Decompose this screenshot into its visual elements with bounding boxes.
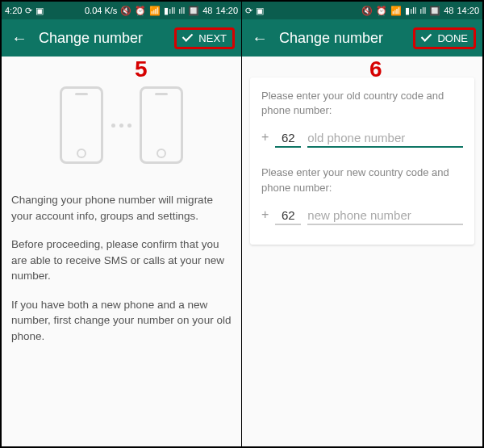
wifi-icon: 📶 <box>149 6 161 15</box>
check-icon <box>182 32 194 44</box>
clock-left: 4:20 <box>5 6 22 15</box>
plus-icon: + <box>261 130 269 148</box>
new-number-label: Please enter your new country code and p… <box>261 165 463 195</box>
battery-pct: 48 <box>444 6 453 15</box>
phone-icon-right <box>140 86 183 164</box>
new-country-code[interactable] <box>275 207 301 225</box>
next-button[interactable]: NEXT <box>174 27 235 49</box>
new-number-row: + <box>261 207 463 225</box>
alarm-icon: ⏰ <box>135 6 146 15</box>
mute-icon: 🔇 <box>361 6 373 15</box>
number-form: Please enter your old country code and p… <box>250 77 474 245</box>
signal-icon: ▮ıll <box>405 6 416 15</box>
app-bar: ← Change number DONE <box>242 19 482 57</box>
image-icon: ▣ <box>256 6 264 15</box>
done-button[interactable]: DONE <box>413 27 476 49</box>
sync-icon: ⟳ <box>245 6 252 15</box>
battery-icon: 🔲 <box>429 6 440 15</box>
speed: 0.04 K/s <box>85 6 117 15</box>
status-bar: ⟳ ▣ 🔇 ⏰ 📶 ▮ıll ıll 🔲 48 14:20 <box>242 2 482 19</box>
signal2-icon: ıll <box>419 6 426 15</box>
old-phone-input[interactable] <box>307 129 463 148</box>
plus-icon: + <box>261 207 269 225</box>
wifi-icon: 📶 <box>390 6 402 15</box>
phones-graphic <box>49 81 194 170</box>
clock-right: 14:20 <box>215 6 238 15</box>
tutorial-frame: 4:20 ⟳ ▣ 0.04 K/s 🔇 ⏰ 📶 ▮ıll ıll 🔲 48 14… <box>0 0 484 448</box>
new-phone-input[interactable] <box>307 207 463 225</box>
step-number-5: 5 <box>135 57 148 82</box>
old-number-row: + <box>261 129 463 148</box>
phone-icon-left <box>60 86 103 164</box>
battery-pct: 48 <box>202 6 212 15</box>
next-label: NEXT <box>198 32 227 44</box>
done-label: DONE <box>437 32 468 44</box>
signal-icon: ▮ıll <box>164 6 175 15</box>
info-p1: Changing your phone number will migrate … <box>11 192 232 224</box>
dots-icon <box>111 124 131 128</box>
info-p2: Before proceeding, please confirm that y… <box>11 237 232 284</box>
info-p3: If you have both a new phone and a new n… <box>11 297 232 345</box>
panel-step-6: ⟳ ▣ 🔇 ⏰ 📶 ▮ıll ıll 🔲 48 14:20 ← Change n… <box>242 2 482 446</box>
alarm-icon: ⏰ <box>376 6 387 15</box>
image-icon: ▣ <box>35 6 44 15</box>
old-country-code[interactable] <box>275 129 301 148</box>
signal2-icon: ıll <box>178 6 185 15</box>
back-icon[interactable]: ← <box>248 27 271 49</box>
page-title: Change number <box>279 30 405 47</box>
page-title: Change number <box>39 30 166 47</box>
sync-icon: ⟳ <box>25 6 32 15</box>
mute-icon: 🔇 <box>120 6 131 15</box>
status-bar: 4:20 ⟳ ▣ 0.04 K/s 🔇 ⏰ 📶 ▮ıll ıll 🔲 48 14… <box>2 2 241 19</box>
clock-right: 14:20 <box>457 6 479 15</box>
back-icon[interactable]: ← <box>8 27 31 49</box>
step-number-6: 6 <box>369 57 382 82</box>
battery-icon: 🔲 <box>188 6 199 15</box>
check-icon <box>421 32 432 44</box>
old-number-label: Please enter your old country code and p… <box>261 89 463 118</box>
info-text: Changing your phone number will migrate … <box>2 186 241 364</box>
panel-step-5: 4:20 ⟳ ▣ 0.04 K/s 🔇 ⏰ 📶 ▮ıll ıll 🔲 48 14… <box>2 2 242 446</box>
app-bar: ← Change number NEXT <box>2 19 241 57</box>
